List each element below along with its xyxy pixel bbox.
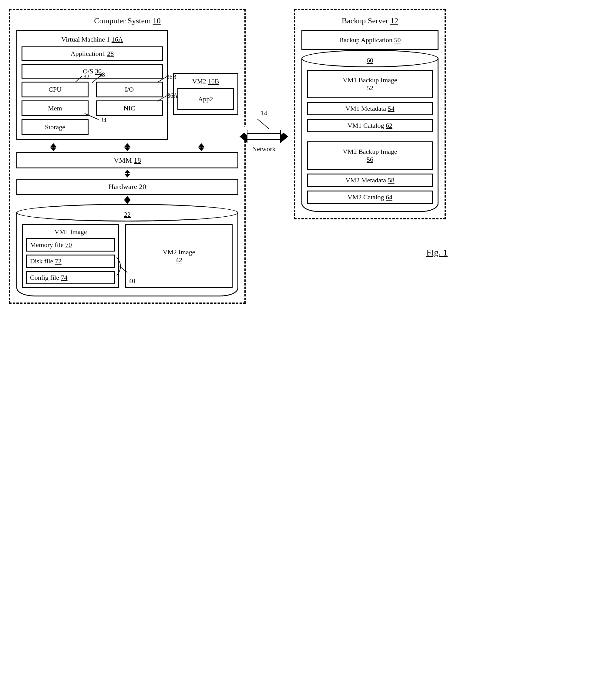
arrows-vm-to-vmm: [16, 143, 238, 151]
arrows-hw-storage: [16, 196, 238, 204]
backup-item: VM1 Backup Image52: [307, 70, 433, 98]
svg-line-5: [120, 266, 127, 273]
vm2-app: App2: [177, 88, 234, 110]
backup-item-ref: 58: [388, 176, 395, 184]
vm1-image-title: VM1 Image: [26, 228, 115, 236]
computer-system-ref: 10: [153, 16, 161, 25]
backup-item: VM1 Metadata 54: [307, 102, 433, 115]
vm1-box: Virtual Machine 1 16A Application1 28 O/…: [16, 30, 168, 140]
vmm-bar: VMM 18: [16, 152, 238, 168]
dbl-arrow-icon: [124, 170, 131, 178]
storage-cyl-ref: 22: [124, 210, 131, 219]
vm1-storage: Storage: [21, 119, 89, 135]
arrows-vmm-hw: [16, 170, 238, 178]
diagram-root: Computer System 10 Virtual Machine 1 16A…: [9, 9, 599, 304]
computer-system-title-text: Computer System: [94, 16, 151, 25]
figure-label: Fig. 1: [426, 247, 448, 258]
vm2-box: VM2 16B App2: [173, 73, 238, 115]
backup-item-label: VM1 Catalog: [347, 122, 384, 129]
vm1-os: O/S 30: [21, 64, 163, 78]
vm1-nic: NIC 36A: [96, 100, 163, 116]
network-arrow-icon: [240, 130, 288, 143]
backup-item-ref: 62: [386, 122, 393, 129]
backup-item: VM2 Backup Image56: [307, 142, 433, 170]
dbl-arrow-icon: [198, 143, 205, 151]
backup-item-ref: 52: [367, 84, 373, 92]
backup-server-title: Backup Server 12: [301, 16, 438, 25]
vm1-divider-ref: 38: [99, 71, 105, 78]
vm2-title: VM2 16B: [177, 77, 234, 85]
backup-item: VM2 Metadata 58: [307, 173, 433, 187]
config-file: Config file 74: [26, 271, 115, 284]
backup-item-label: VM2 Metadata: [345, 176, 386, 184]
vm2-image-box: VM2 Image 42: [125, 224, 233, 288]
backup-item-label: VM2 Backup Image: [311, 148, 429, 156]
dbl-arrow-icon: [50, 143, 57, 151]
vm1-app: Application1 28: [21, 47, 163, 61]
vm1-title: Virtual Machine 1 16A: [21, 36, 163, 43]
disk-file: Disk file 72: [26, 255, 115, 268]
backup-storage-cylinder: 60 VM1 Backup Image52VM1 Metadata 54VM1 …: [301, 58, 438, 212]
backup-application: Backup Application 50: [301, 30, 438, 50]
backup-item-label: VM1 Backup Image: [311, 76, 429, 84]
backup-item-ref: 54: [388, 105, 395, 112]
dbl-arrow-icon: [124, 196, 131, 204]
network-ref: 14: [261, 109, 267, 117]
network-connector: 14 Network: [246, 109, 282, 153]
vm1-image-box: VM1 Image Memory file 70 Disk file 72 Co…: [22, 224, 119, 288]
backup-item-label: VM1 Metadata: [345, 105, 386, 112]
vm1-cpu: CPU 32: [21, 81, 89, 97]
backup-server-box: Backup Server 12 Backup Application 50 6…: [294, 9, 446, 219]
backup-item-label: VM2 Catalog: [347, 193, 384, 201]
memory-file: Memory file 70: [26, 238, 115, 252]
backup-item-ref: 64: [386, 193, 393, 201]
backup-item: VM2 Catalog 64: [307, 190, 433, 204]
vm1-mem: Mem 34: [21, 100, 89, 116]
lead-line-icon: [115, 256, 130, 277]
computer-system-title: Computer System 10: [16, 16, 238, 25]
local-storage-cylinder: 22 VM1 Image Memory file 70 Disk file 72: [16, 212, 238, 296]
backup-cyl-ref: 60: [367, 56, 373, 64]
backup-item-ref: 56: [367, 156, 373, 163]
vm1-image-group-ref: 40: [129, 277, 135, 285]
backup-item: VM1 Catalog 62: [307, 119, 433, 132]
lead-line-icon: [258, 119, 270, 130]
vm1-io: I/O 36B: [96, 81, 163, 97]
hardware-bar: Hardware 20: [16, 179, 238, 195]
dbl-arrow-icon: [124, 143, 131, 151]
vm1-hardware-grid: CPU 32 Mem 34 Storage: [21, 81, 163, 135]
computer-system-box: Computer System 10 Virtual Machine 1 16A…: [9, 9, 246, 304]
network-label: Network: [252, 145, 276, 153]
